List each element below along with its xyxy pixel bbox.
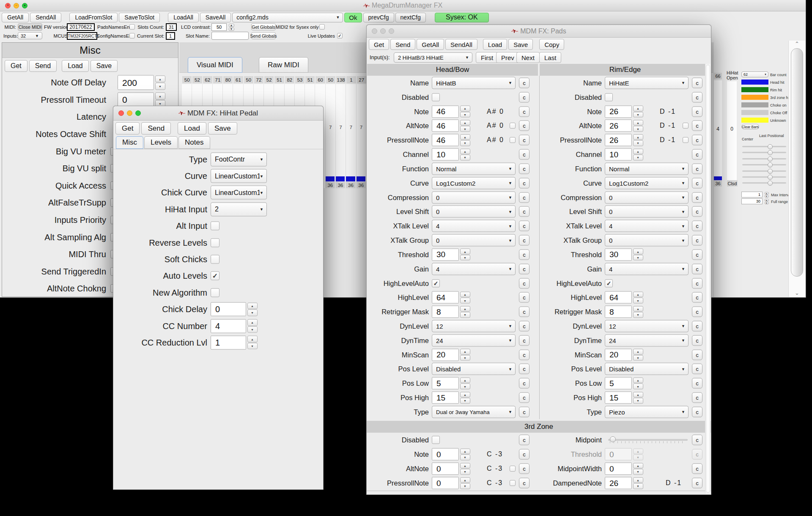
spinner-field[interactable]: 0 bbox=[211, 302, 246, 316]
up-arrow-icon[interactable]: ▲ bbox=[633, 448, 643, 454]
spinner-field[interactable]: 46 bbox=[432, 120, 459, 132]
dropdown[interactable]: 24▼ bbox=[605, 334, 689, 346]
copy-c-button[interactable]: c bbox=[519, 349, 529, 360]
checkbox[interactable] bbox=[211, 222, 219, 231]
up-arrow-icon[interactable]: ▲ bbox=[460, 134, 470, 140]
note-checkbox[interactable] bbox=[683, 123, 689, 129]
copy-c-button[interactable]: c bbox=[519, 335, 529, 346]
pads-titlebar[interactable]: MDM FX: Pads bbox=[367, 25, 711, 38]
dropdown[interactable]: 4▼ bbox=[605, 220, 689, 232]
spinner[interactable]: 46▲▼ bbox=[432, 134, 470, 146]
spinner-field[interactable]: 26 bbox=[605, 120, 632, 132]
spinner[interactable]: 20▲▼ bbox=[432, 349, 470, 361]
down-arrow-icon[interactable]: ▼ bbox=[460, 112, 470, 118]
spinner-field[interactable]: 8 bbox=[605, 306, 632, 318]
down-arrow-icon[interactable]: ▼ bbox=[460, 455, 470, 461]
pad-input-select[interactable]: 2 HiHatB/3 HiHatE ▼ bbox=[394, 52, 472, 63]
up-arrow-icon[interactable]: ▲ bbox=[247, 319, 258, 326]
positional-slider-thumb[interactable] bbox=[768, 162, 773, 167]
tab-misc[interactable]: Misc bbox=[116, 136, 143, 149]
next-pad-button[interactable]: Next bbox=[516, 52, 540, 63]
up-arrow-icon[interactable]: ▲ bbox=[460, 377, 470, 383]
spinner[interactable]: 0▲▼ bbox=[432, 448, 470, 461]
max-interval-field[interactable]: 1 bbox=[741, 192, 763, 198]
spinner[interactable]: 64▲▼ bbox=[432, 291, 470, 304]
spinner-field[interactable]: 30 bbox=[605, 248, 632, 261]
spinner[interactable]: 64▲▼ bbox=[605, 291, 643, 304]
full-range-stepper[interactable]: ▲▼ bbox=[764, 198, 769, 204]
note-checkbox[interactable] bbox=[510, 466, 516, 472]
up-arrow-icon[interactable]: ▲ bbox=[460, 463, 470, 469]
dropdown[interactable]: Normal▼ bbox=[605, 162, 689, 175]
down-arrow-icon[interactable]: ▼ bbox=[460, 298, 470, 304]
up-arrow-icon[interactable]: ▲ bbox=[155, 75, 165, 82]
spinner-field[interactable]: 0 bbox=[605, 463, 632, 475]
copy-c-button[interactable]: c bbox=[519, 478, 529, 489]
inputs-select[interactable]: 32▼ bbox=[18, 32, 42, 39]
up-arrow-icon[interactable]: ▲ bbox=[460, 106, 470, 112]
spinner[interactable]: 26▲▼ bbox=[605, 105, 643, 118]
spinner-buttons[interactable]: ▲▼ bbox=[633, 148, 643, 161]
copy-c-button[interactable]: c bbox=[519, 392, 529, 403]
spinner-field[interactable]: 10 bbox=[432, 148, 459, 161]
spinner-buttons[interactable]: ▲▼ bbox=[460, 148, 470, 161]
up-arrow-icon[interactable]: ▲ bbox=[229, 24, 234, 27]
load-all-button[interactable]: LoadAll bbox=[168, 13, 199, 22]
copy-c-button[interactable]: c bbox=[692, 192, 702, 203]
copy-c-button[interactable]: c bbox=[519, 77, 529, 88]
up-arrow-icon[interactable]: ▲ bbox=[765, 192, 769, 195]
spinner-field[interactable]: 15 bbox=[605, 392, 632, 404]
pads-get-all-button[interactable]: GetAll bbox=[417, 39, 444, 50]
spinner[interactable]: 10▲▼ bbox=[432, 148, 470, 161]
hihat-load-button[interactable]: Load bbox=[178, 122, 206, 134]
down-arrow-icon[interactable]: ▼ bbox=[633, 255, 643, 261]
scroll-down-icon[interactable]: ⌄ bbox=[789, 290, 805, 296]
spinner-buttons[interactable]: ▲▼ bbox=[460, 349, 470, 361]
spinner[interactable]: 26▲▼ bbox=[605, 477, 643, 489]
up-arrow-icon[interactable]: ▲ bbox=[633, 463, 643, 469]
spinner-field[interactable]: 10 bbox=[605, 148, 632, 161]
up-arrow-icon[interactable]: ▲ bbox=[633, 377, 643, 383]
copy-c-button[interactable]: c bbox=[519, 206, 529, 217]
spinner-buttons[interactable]: ▲▼ bbox=[460, 463, 470, 475]
dropdown[interactable]: HiHatB▼ bbox=[432, 77, 516, 89]
note-checkbox[interactable] bbox=[510, 123, 516, 129]
tab-levels[interactable]: Levels bbox=[144, 136, 178, 149]
up-arrow-icon[interactable]: ▲ bbox=[460, 120, 470, 126]
pads-send-all-button[interactable]: SendAll bbox=[445, 39, 477, 50]
config-names-en-checkbox[interactable] bbox=[129, 33, 135, 38]
scrollbar-thumb[interactable] bbox=[706, 65, 710, 493]
copy-c-button[interactable]: c bbox=[692, 478, 702, 489]
copy-c-button[interactable]: c bbox=[692, 106, 702, 117]
spinner[interactable]: 5▲▼ bbox=[432, 377, 470, 390]
main-scrollbar[interactable]: ⌃ ⌄ bbox=[788, 41, 805, 297]
spinner-field[interactable]: 0 bbox=[118, 92, 154, 107]
pads-copy-button[interactable]: Copy bbox=[539, 39, 564, 50]
spinner-field[interactable]: 26 bbox=[605, 477, 632, 489]
positional-slider-thumb[interactable] bbox=[768, 150, 773, 155]
spinner[interactable]: 200▲▼ bbox=[118, 75, 165, 90]
positional-slider-track[interactable] bbox=[742, 182, 786, 184]
copy-c-button[interactable]: c bbox=[692, 464, 702, 474]
copy-c-button[interactable]: c bbox=[519, 364, 529, 374]
dropdown[interactable]: HiHatE▼ bbox=[605, 77, 689, 89]
dropdown[interactable]: 0▼ bbox=[432, 234, 516, 247]
checkbox[interactable] bbox=[605, 93, 613, 101]
up-arrow-icon[interactable]: ▲ bbox=[633, 477, 643, 483]
spinner[interactable]: 8▲▼ bbox=[432, 306, 470, 318]
note-checkbox[interactable] bbox=[510, 480, 516, 486]
spinner-field[interactable]: 8 bbox=[432, 306, 459, 318]
down-arrow-icon[interactable]: ▼ bbox=[460, 469, 470, 475]
copy-c-button[interactable]: c bbox=[519, 435, 529, 445]
copy-c-button[interactable]: c bbox=[692, 278, 702, 288]
up-arrow-icon[interactable]: ▲ bbox=[633, 349, 643, 355]
copy-c-button[interactable]: c bbox=[692, 335, 702, 346]
positional-slider-thumb[interactable] bbox=[768, 175, 773, 180]
down-arrow-icon[interactable]: ▼ bbox=[460, 384, 470, 390]
up-arrow-icon[interactable]: ▲ bbox=[633, 392, 643, 398]
down-arrow-icon[interactable]: ▼ bbox=[247, 343, 258, 349]
note-checkbox[interactable] bbox=[510, 137, 516, 143]
close-midi-button[interactable]: Close MIDI bbox=[18, 23, 42, 31]
copy-c-button[interactable]: c bbox=[692, 435, 702, 445]
copy-c-button[interactable]: c bbox=[519, 92, 529, 102]
